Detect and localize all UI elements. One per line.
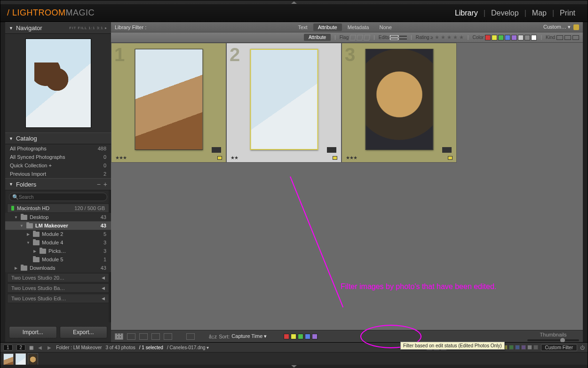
edits-unedited-icon[interactable] xyxy=(399,35,407,40)
volume-row[interactable]: Macintosh HD 120 / 500 GB xyxy=(7,204,109,213)
nav-back-icon[interactable]: ◀ xyxy=(37,345,43,350)
folder-row[interactable]: ▶Module 25 xyxy=(5,230,111,238)
view-grid-icon[interactable] xyxy=(115,333,123,340)
color-swatch[interactable] xyxy=(531,35,537,40)
folders-plus-icon[interactable]: + xyxy=(103,180,107,188)
breadcrumb-filename[interactable]: / Caneles-017.dng ▾ xyxy=(167,345,209,350)
label-color-swatch[interactable] xyxy=(298,334,303,339)
folder-row[interactable]: Module 51 xyxy=(5,255,111,264)
rating-star-1[interactable]: ★ xyxy=(435,34,439,40)
fs-color-swatch[interactable] xyxy=(533,345,538,350)
annotation-arrow xyxy=(290,176,343,307)
filter-preset-dropdown[interactable]: Custom… ▾ xyxy=(543,24,571,30)
volume-collapsed[interactable]: Two Loves Studio Ba…◀ xyxy=(7,283,109,293)
catalog-row[interactable]: All Photographs488 xyxy=(5,144,111,153)
label-color-swatch[interactable] xyxy=(284,334,289,339)
breadcrumb-folder[interactable]: Folder : LM Makeover xyxy=(56,345,102,350)
folders-minus-icon[interactable]: − xyxy=(97,180,101,188)
rating-star-2[interactable]: ★ xyxy=(441,34,445,40)
module-print[interactable]: Print xyxy=(554,9,581,17)
sort-direction-icon[interactable]: â↨z xyxy=(209,334,217,339)
catalog-row[interactable]: Previous Import2 xyxy=(5,170,111,178)
fs-color-swatch[interactable] xyxy=(521,345,526,350)
thumbnail-grid[interactable]: 1 ★★★2 ★★3 ★★★ Filter images by photo's … xyxy=(111,43,583,330)
catalog-row[interactable]: Quick Collection +0 xyxy=(5,161,111,170)
label-color-swatch[interactable] xyxy=(291,334,296,339)
grid-cell[interactable]: 3 ★★★ xyxy=(342,43,457,163)
flag-rejected-icon[interactable] xyxy=(364,35,370,40)
navigator-zoom-modes[interactable]: FIT FILL 1:1 3:1 ▸ xyxy=(69,26,107,30)
thumbnail-size-slider[interactable]: Thumbnails xyxy=(527,332,579,341)
rating-star-5[interactable]: ★ xyxy=(459,34,464,40)
volume-collapsed[interactable]: Two Loves Studio 20…◀ xyxy=(7,273,109,282)
module-develop[interactable]: Develop xyxy=(485,9,524,17)
window-count-badge[interactable]: 1 xyxy=(3,345,13,351)
rating-star-3[interactable]: ★ xyxy=(447,34,452,40)
fs-color-swatch[interactable] xyxy=(515,345,520,350)
label-color-swatch[interactable] xyxy=(312,334,318,339)
color-swatch[interactable] xyxy=(505,35,510,40)
color-swatch[interactable] xyxy=(518,35,524,40)
kind-virtual-icon[interactable] xyxy=(564,35,571,40)
sort-field-dropdown[interactable]: Capture Time ▾ xyxy=(231,333,267,339)
breadcrumb-count: 3 of 43 photos xyxy=(105,345,135,350)
filter-tab-text[interactable]: Text xyxy=(293,23,312,31)
color-swatch[interactable] xyxy=(492,35,497,40)
left-edge-handle[interactable] xyxy=(0,22,5,342)
folder-row[interactable]: ▼Desktop43 xyxy=(5,213,111,221)
color-swatch[interactable] xyxy=(498,35,504,40)
folders-header[interactable]: ▼Folders −+ xyxy=(5,178,111,190)
left-panel: ▼ Navigator FIT FILL 1:1 3:1 ▸ ▼Catalog … xyxy=(5,22,111,342)
catalog-header[interactable]: ▼Catalog xyxy=(5,133,111,144)
color-label-icon xyxy=(448,156,453,160)
fs-color-swatch[interactable] xyxy=(509,345,514,350)
folder-row[interactable]: ▼Module 43 xyxy=(5,238,111,247)
import-button[interactable]: Import... xyxy=(9,326,57,338)
fs-filter-switch-icon[interactable]: ⏻ xyxy=(580,345,585,350)
color-label-icon xyxy=(217,156,222,160)
label-color-swatch[interactable] xyxy=(305,334,310,339)
filter-tab-metadata[interactable]: Metadata xyxy=(343,23,374,31)
module-map[interactable]: Map xyxy=(526,9,552,17)
grid-cell[interactable]: 2 ★★ xyxy=(226,43,342,163)
painter-icon[interactable] xyxy=(186,333,195,340)
view-compare-icon[interactable] xyxy=(139,333,148,340)
color-swatch[interactable] xyxy=(524,35,530,40)
flag-unflagged-icon[interactable] xyxy=(357,35,363,40)
navigator-preview[interactable] xyxy=(5,34,111,133)
grid-mini-icon[interactable]: ▦ xyxy=(29,345,33,350)
view-people-icon[interactable] xyxy=(164,333,172,340)
fs-color-swatch[interactable] xyxy=(527,345,532,350)
fs-filter-preset-dropdown[interactable]: Custom Filter xyxy=(541,344,577,351)
kind-master-icon[interactable] xyxy=(556,35,563,40)
attr-label: Attribute xyxy=(304,34,331,41)
filter-tab-none[interactable]: None xyxy=(375,23,397,31)
tooltip: Filter based on edit status (Edited Phot… xyxy=(400,342,505,350)
folders-search-input[interactable] xyxy=(19,195,104,200)
folder-row[interactable]: ▶Downloads43 xyxy=(5,264,111,272)
rating-star-4[interactable]: ★ xyxy=(453,34,458,40)
color-swatch[interactable] xyxy=(511,35,517,40)
edits-edited-icon[interactable] xyxy=(390,35,398,40)
folder-row[interactable]: ▶Picks…3 xyxy=(5,247,111,255)
view-survey-icon[interactable] xyxy=(151,333,160,340)
secondary-window-badge[interactable]: 2 xyxy=(16,345,26,351)
filter-lock-icon[interactable] xyxy=(573,24,579,30)
kind-video-icon[interactable] xyxy=(572,35,579,40)
catalog-row[interactable]: All Synced Photographs0 xyxy=(5,153,111,161)
nav-forward-icon[interactable]: ▶ xyxy=(47,345,52,350)
volume-collapsed[interactable]: Two Loves Studio Edi…◀ xyxy=(7,294,109,303)
right-edge-handle[interactable] xyxy=(583,22,588,342)
navigator-header[interactable]: ▼ Navigator FIT FILL 1:1 3:1 ▸ xyxy=(5,22,111,34)
folders-search[interactable]: 🔍 xyxy=(9,193,107,201)
color-swatch[interactable] xyxy=(485,35,491,40)
view-loupe-icon[interactable] xyxy=(127,333,135,340)
folder-row[interactable]: ▼LM Makeover43 xyxy=(5,221,111,230)
search-icon: 🔍 xyxy=(12,194,19,200)
module-library[interactable]: Library xyxy=(449,9,484,17)
grid-cell[interactable]: 1 ★★★ xyxy=(111,43,226,163)
filter-tab-attribute[interactable]: Attribute xyxy=(313,23,342,31)
disclosure-triangle-icon: ▼ xyxy=(9,26,13,31)
flag-picked-icon[interactable] xyxy=(350,35,356,40)
export-button[interactable]: Export... xyxy=(60,326,108,338)
